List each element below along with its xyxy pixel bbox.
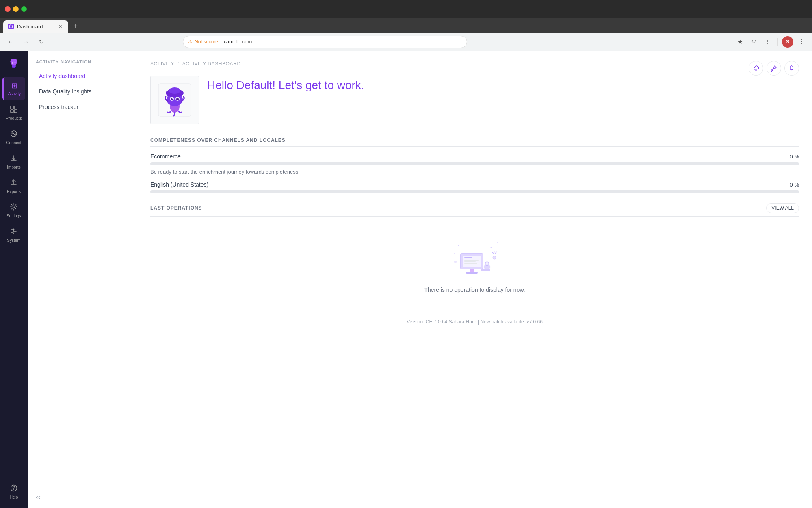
svg-point-29 xyxy=(497,242,498,243)
breadcrumb-activity: ACTIVITY xyxy=(150,61,174,67)
security-label: Not secure xyxy=(195,39,218,45)
bookmark-btn[interactable]: ★ xyxy=(734,36,746,48)
app-logo xyxy=(6,56,21,71)
new-tab-btn[interactable]: + xyxy=(70,20,81,32)
sidebar-nav-data-quality[interactable]: Data Quality Insights xyxy=(31,84,134,99)
sidebar-item-system[interactable]: System xyxy=(2,224,25,246)
sidebar-item-activity[interactable]: ⊞ Activity xyxy=(2,77,25,100)
view-all-btn[interactable]: VIEW ALL xyxy=(766,203,799,213)
close-window-btn[interactable] xyxy=(5,6,11,12)
rail-divider xyxy=(6,475,22,475)
sidebar-item-imports[interactable]: Imports xyxy=(2,150,25,173)
tab-favicon xyxy=(8,24,14,29)
sidebar-footer-divider xyxy=(36,488,129,488)
svg-point-10 xyxy=(14,229,15,230)
sidebar-collapse-btn[interactable]: ‹‹ xyxy=(36,493,129,501)
cloud-sync-btn[interactable] xyxy=(749,61,763,76)
products-icon xyxy=(10,106,17,115)
app-layout: ⊞ Activity Products Connect xyxy=(0,51,812,508)
maximize-window-btn[interactable] xyxy=(21,6,27,12)
refresh-btn[interactable]: ↻ xyxy=(36,36,47,48)
page-header: Hello Default! Let's get to work. xyxy=(150,76,799,124)
imports-icon xyxy=(10,154,17,164)
completeness-ecommerce-pct: 0 % xyxy=(790,154,799,160)
page-title: Hello Default! Let's get to work. xyxy=(207,79,364,92)
activity-label: Activity xyxy=(8,91,21,96)
completeness-ecommerce-bar-track xyxy=(150,162,799,165)
chrome-menu-btn[interactable]: ⋮ xyxy=(796,36,807,48)
address-bar[interactable]: ⚠ Not secure example.com xyxy=(183,36,467,48)
url-display: example.com xyxy=(221,39,462,45)
exports-label: Exports xyxy=(7,189,21,194)
completeness-ecommerce-label: Ecommerce xyxy=(150,153,181,160)
svg-point-30 xyxy=(454,253,455,254)
svg-rect-37 xyxy=(470,269,474,272)
completeness-section-title: COMPLETENESS OVER CHANNELS AND LOCALES xyxy=(150,137,799,143)
svg-point-9 xyxy=(13,206,15,208)
sidebar-nav-activity-dashboard[interactable]: Activity dashboard xyxy=(31,69,134,83)
browser-tab-bar: Dashboard ✕ + xyxy=(0,18,812,33)
svg-rect-42 xyxy=(481,269,490,271)
settings-icon xyxy=(10,203,17,213)
empty-ops-text: There is no operation to display for now… xyxy=(424,287,525,293)
help-label: Help xyxy=(10,495,18,499)
address-bar-row: ← → ↻ ⚠ Not secure example.com ★ ⛭ ⋮ S ⋮ xyxy=(0,33,812,51)
sidebar-nav-process-tracker[interactable]: Process tracker xyxy=(31,100,134,114)
activity-icon: ⊞ xyxy=(11,81,17,90)
completeness-ecommerce-header: Ecommerce 0 % xyxy=(150,153,799,160)
svg-point-15 xyxy=(774,67,775,68)
extensions-btn[interactable]: ⛭ xyxy=(748,36,760,48)
browser-tab-active[interactable]: Dashboard ✕ xyxy=(3,20,68,33)
tab-close-btn[interactable]: ✕ xyxy=(57,23,63,30)
completeness-ecommerce-hint: Be ready to start the enrichment journey… xyxy=(150,169,799,175)
breadcrumb-activity-dashboard: ACTIVITY DASHBOARD xyxy=(182,61,241,67)
last-operations-title: LAST OPERATIONS xyxy=(150,205,202,211)
svg-rect-38 xyxy=(466,272,478,274)
breadcrumb-separator: / xyxy=(178,61,179,67)
completeness-english-header: English (United States) 0 % xyxy=(150,181,799,188)
browser-menu-btn[interactable]: ⋮ xyxy=(762,36,773,48)
svg-point-28 xyxy=(490,247,492,248)
sidebar-item-products[interactable]: Products xyxy=(2,102,25,124)
svg-point-24 xyxy=(178,98,178,99)
page-title-container: Hello Default! Let's get to work. xyxy=(207,76,364,92)
icon-rail: ⊞ Activity Products Connect xyxy=(0,51,28,508)
profile-btn[interactable]: S xyxy=(782,36,793,48)
system-icon xyxy=(10,228,17,237)
svg-point-11 xyxy=(13,230,14,232)
sidebar-item-exports[interactable]: Exports xyxy=(2,175,25,198)
svg-rect-35 xyxy=(464,261,476,262)
content-header-row: ACTIVITY / ACTIVITY DASHBOARD xyxy=(150,61,799,76)
svg-point-12 xyxy=(13,232,14,233)
svg-point-27 xyxy=(458,245,459,246)
sidebar-item-settings[interactable]: Settings xyxy=(2,199,25,222)
forward-btn[interactable]: → xyxy=(20,36,32,48)
breadcrumb-and-title: ACTIVITY / ACTIVITY DASHBOARD xyxy=(150,61,241,72)
sidebar: ACTIVITY NAVIGATION Activity dashboard D… xyxy=(28,51,137,508)
back-btn[interactable]: ← xyxy=(5,36,16,48)
version-text: Version: CE 7.0.64 Sahara Hare | New pat… xyxy=(150,319,799,325)
minimize-window-btn[interactable] xyxy=(13,6,19,12)
svg-point-26 xyxy=(169,87,180,94)
help-icon xyxy=(10,484,17,494)
completeness-english-label: English (United States) xyxy=(150,181,208,188)
last-operations-header: LAST OPERATIONS VIEW ALL xyxy=(150,203,799,213)
last-operations-container: LAST OPERATIONS VIEW ALL xyxy=(150,203,799,309)
breadcrumb: ACTIVITY / ACTIVITY DASHBOARD xyxy=(150,61,241,67)
rail-bottom: Help xyxy=(2,472,25,503)
browser-chrome xyxy=(0,0,812,18)
svg-rect-36 xyxy=(464,263,477,264)
tab-title: Dashboard xyxy=(17,24,43,30)
pin-btn[interactable] xyxy=(767,61,781,76)
completeness-ecommerce-row: Ecommerce 0 % Be ready to start the enri… xyxy=(150,153,799,175)
sidebar-item-connect[interactable]: Connect xyxy=(2,126,25,149)
security-icon: ⚠ xyxy=(188,39,192,44)
bell-btn[interactable] xyxy=(784,61,799,76)
svg-rect-5 xyxy=(14,106,17,109)
svg-point-41 xyxy=(486,262,488,265)
svg-rect-0 xyxy=(12,65,16,67)
svg-rect-33 xyxy=(464,257,472,258)
sidebar-item-help[interactable]: Help xyxy=(2,480,25,503)
settings-label: Settings xyxy=(6,214,21,218)
sidebar-section-label: ACTIVITY NAVIGATION xyxy=(28,51,137,68)
